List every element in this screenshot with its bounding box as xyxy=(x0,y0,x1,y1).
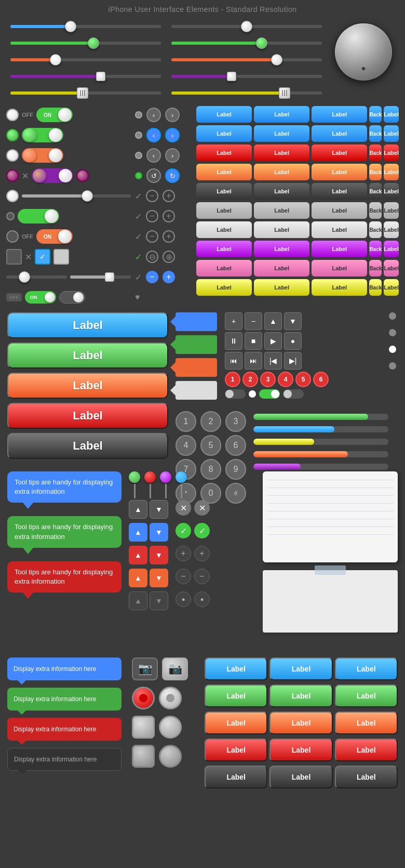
slider-purple-r[interactable] xyxy=(171,71,322,82)
plus-7[interactable]: + xyxy=(163,230,175,243)
slider-blue[interactable] xyxy=(10,21,161,32)
toggle-green[interactable] xyxy=(22,128,63,142)
arrow-up-red[interactable]: ▲ xyxy=(129,546,147,564)
label-btn-yw-1[interactable]: Label xyxy=(196,279,252,296)
radio-off-2[interactable] xyxy=(6,230,19,243)
key-6[interactable]: 6 xyxy=(225,435,246,456)
tag-white[interactable] xyxy=(176,381,217,400)
camera-icon-silver[interactable]: 📷 xyxy=(162,657,188,680)
arrow-up-dk2[interactable]: ▲ xyxy=(129,591,147,610)
bottom-btn-blue-3[interactable]: Label xyxy=(335,657,398,680)
extra-btn-red[interactable]: Label xyxy=(384,144,399,161)
media-stop[interactable]: ■ xyxy=(245,332,262,350)
radio-dot-green[interactable] xyxy=(135,172,142,179)
toggle-orange[interactable] xyxy=(22,148,63,163)
key-1[interactable]: 1 xyxy=(176,411,196,432)
back-btn-wh[interactable]: Back xyxy=(369,221,382,238)
slider-orange[interactable] xyxy=(10,54,161,65)
media-rew[interactable]: ⏮ xyxy=(225,352,242,370)
big-btn-dark[interactable]: Label xyxy=(7,433,168,459)
arrow-down-orange[interactable]: ▼ xyxy=(150,569,168,587)
bottom-btn-green-3[interactable]: Label xyxy=(335,685,398,707)
key-3[interactable]: 3 xyxy=(225,411,246,432)
media-ff[interactable]: ⏭ xyxy=(245,352,262,370)
media-play[interactable]: ▶ xyxy=(264,332,282,350)
label-btn-red-1[interactable]: Label xyxy=(196,144,252,161)
media-toggle-off-2[interactable] xyxy=(283,389,304,399)
nav-left-1[interactable]: ‹ xyxy=(146,108,161,122)
radio-off[interactable] xyxy=(6,109,19,121)
label-btn-blue-2[interactable]: Label xyxy=(254,106,309,123)
num-circle-4[interactable]: 4 xyxy=(278,372,293,387)
toggle-purple[interactable]: ✓ xyxy=(32,168,73,183)
bottom-btn-red-1[interactable]: Label xyxy=(205,739,267,761)
radio-purple[interactable] xyxy=(6,169,19,182)
minus-5[interactable]: − xyxy=(146,190,158,202)
extra-btn-blue[interactable]: Label xyxy=(384,106,399,123)
extra-btn-dk[interactable]: Label xyxy=(384,183,399,200)
extra-btn-b2[interactable]: Label xyxy=(384,125,399,142)
close-icon-1[interactable]: ✕ xyxy=(176,500,191,516)
label-btn-pk-2[interactable]: Label xyxy=(254,260,309,277)
check-icon-1[interactable]: ✓ xyxy=(176,523,191,538)
label-btn-gr-1[interactable]: Label xyxy=(196,202,252,219)
plus-6[interactable]: + xyxy=(163,210,175,222)
toggle-green-2[interactable] xyxy=(18,209,59,223)
bottom-btn-red-3[interactable]: Label xyxy=(335,739,398,761)
arrow-up-blue[interactable]: ▲ xyxy=(129,523,147,542)
plus-icon-2[interactable]: + xyxy=(194,546,210,561)
bottom-btn-orange-3[interactable]: Label xyxy=(335,712,398,734)
check-icon-2[interactable]: ✓ xyxy=(194,523,210,538)
bottom-btn-blue-2[interactable]: Label xyxy=(269,657,332,680)
radio-dot-3[interactable] xyxy=(135,152,142,159)
minus-7[interactable]: − xyxy=(146,230,158,243)
label-btn-b2-2[interactable]: Label xyxy=(254,125,309,142)
nav-left-blue[interactable]: ‹ xyxy=(146,128,161,142)
minus-icon-1[interactable]: − xyxy=(176,569,191,584)
square-btn-dk[interactable] xyxy=(132,745,155,768)
dot-icon-1[interactable]: ● xyxy=(176,591,191,607)
nav-left-3[interactable]: ‹ xyxy=(146,148,161,163)
arrow-down-dk2[interactable]: ▼ xyxy=(150,591,168,610)
big-btn-red[interactable]: Label xyxy=(7,403,168,429)
media-record[interactable]: ● xyxy=(284,332,302,350)
tag-orange[interactable] xyxy=(176,358,217,377)
tag-blue[interactable] xyxy=(176,312,217,331)
nav-left-4[interactable]: ↺ xyxy=(146,168,161,183)
big-btn-green[interactable]: Label xyxy=(7,343,168,369)
arrow-up-dark[interactable]: ▲ xyxy=(129,500,147,519)
slider-green[interactable] xyxy=(10,37,161,49)
nav-right-blue[interactable]: › xyxy=(165,128,180,142)
media-pause[interactable]: ⏸ xyxy=(225,332,242,350)
camera-icon-dark[interactable]: 📷 xyxy=(132,657,158,680)
bottom-btn-green-1[interactable]: Label xyxy=(205,685,267,707)
tag-green[interactable] xyxy=(176,335,217,354)
slider-yellow[interactable] xyxy=(10,87,161,99)
minus-blue[interactable]: − xyxy=(146,271,158,283)
slider-green-r[interactable] xyxy=(171,37,322,49)
num-circle-5[interactable]: 5 xyxy=(295,372,311,387)
label-btn-org-1[interactable]: Label xyxy=(196,164,252,180)
label-btn-wh-1[interactable]: Label xyxy=(196,221,252,238)
back-btn-pk[interactable]: Back xyxy=(369,260,382,277)
extra-btn-pk[interactable]: Label xyxy=(384,260,399,277)
big-btn-orange[interactable]: Label xyxy=(7,373,168,399)
media-skip-fwd[interactable]: ▶| xyxy=(284,352,302,370)
extra-btn-gr[interactable]: Label xyxy=(384,202,399,219)
nav-right-1[interactable]: › xyxy=(165,108,180,122)
arrow-down-blue[interactable]: ▼ xyxy=(150,523,168,542)
extra-btn-org[interactable]: Label xyxy=(384,164,399,180)
volume-knob[interactable] xyxy=(335,23,392,81)
bottom-btn-orange-2[interactable]: Label xyxy=(269,712,332,734)
label-btn-org-3[interactable]: Label xyxy=(312,164,367,180)
bottom-btn-green-2[interactable]: Label xyxy=(269,685,332,707)
small-radio-1[interactable] xyxy=(6,212,15,220)
back-btn-org[interactable]: Back xyxy=(369,164,382,180)
arrow-down-red[interactable]: ▼ xyxy=(150,546,168,564)
bottom-btn-dark-3[interactable]: Label xyxy=(335,766,398,788)
bottom-btn-dark-2[interactable]: Label xyxy=(269,766,332,788)
key-5[interactable]: 5 xyxy=(200,435,221,456)
label-btn-gr-2[interactable]: Label xyxy=(254,202,309,219)
extra-btn-yw[interactable]: Label xyxy=(384,279,399,296)
label-btn-red-3[interactable]: Label xyxy=(312,144,367,161)
